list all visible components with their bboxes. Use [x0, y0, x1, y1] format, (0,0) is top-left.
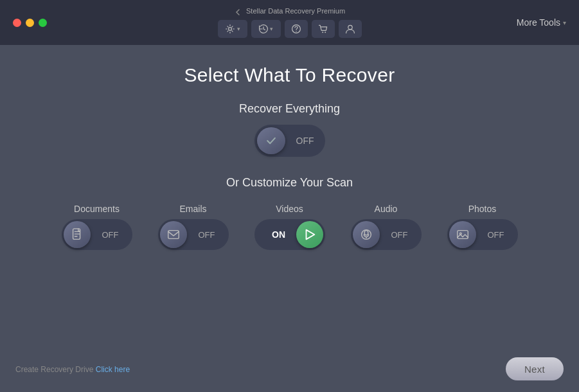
documents-state: OFF	[91, 230, 130, 240]
photos-icon	[456, 227, 470, 242]
settings-button[interactable]: ▾	[218, 20, 247, 38]
emails-state: OFF	[187, 230, 227, 240]
cart-icon	[318, 24, 328, 34]
svg-point-0	[228, 27, 231, 30]
recovery-drive-section: Create Recovery Drive Click here	[15, 363, 130, 375]
toggle-off-label: OFF	[285, 136, 323, 146]
documents-label: Documents	[74, 204, 120, 214]
app-title: Stellar Data Recovery Premium	[234, 7, 345, 15]
title-bar-icons: ▾ ▾	[218, 20, 362, 38]
main-content: Select What To Recover Recover Everythin…	[0, 45, 579, 250]
svg-point-5	[348, 25, 352, 29]
account-button[interactable]	[339, 20, 362, 38]
videos-toggle[interactable]: ON	[254, 219, 325, 250]
back-icon	[234, 8, 242, 16]
toggle-thumb	[257, 127, 285, 154]
traffic-light-yellow[interactable]	[26, 19, 34, 27]
photos-thumb	[449, 221, 476, 248]
videos-thumb	[296, 221, 323, 248]
category-emails: Emails OFF	[158, 204, 229, 250]
category-videos: Videos ON	[254, 204, 325, 250]
video-icon	[303, 227, 317, 242]
check-icon	[265, 134, 278, 147]
gear-icon	[225, 24, 235, 34]
photos-label: Photos	[468, 204, 497, 214]
svg-rect-10	[168, 231, 179, 239]
traffic-light-red[interactable]	[13, 19, 21, 27]
emails-label: Emails	[179, 204, 206, 214]
svg-point-3	[322, 31, 323, 33]
account-icon	[345, 24, 355, 34]
audio-label: Audio	[375, 204, 398, 214]
title-area: Stellar Data Recovery Premium ▾ ▾	[218, 7, 362, 37]
document-icon	[70, 227, 84, 242]
svg-marker-11	[306, 230, 314, 240]
recover-everything-toggle[interactable]: OFF	[254, 125, 325, 157]
photos-state: OFF	[476, 230, 516, 240]
category-photos: Photos OFF	[447, 204, 518, 250]
traffic-lights	[13, 19, 47, 27]
audio-state: OFF	[380, 230, 420, 240]
recovery-drive-text: Create Recovery Drive Click here	[15, 365, 130, 374]
svg-rect-14	[457, 231, 468, 239]
emails-thumb	[160, 221, 187, 248]
svg-point-2	[296, 31, 296, 31]
videos-label: Videos	[276, 204, 303, 214]
history-button[interactable]: ▾	[251, 20, 281, 38]
categories-row: Documents OFF Emails	[0, 204, 579, 250]
customize-label: Or Customize Your Scan	[226, 176, 353, 190]
more-tools-button[interactable]: More Tools ▾	[517, 17, 566, 28]
title-bar: Stellar Data Recovery Premium ▾ ▾	[0, 0, 579, 45]
documents-toggle[interactable]: OFF	[62, 219, 132, 250]
cart-button[interactable]	[312, 20, 335, 38]
help-button[interactable]	[285, 20, 308, 38]
next-button[interactable]: Next	[506, 357, 564, 380]
help-icon	[291, 24, 301, 34]
audio-icon	[359, 227, 373, 242]
settings-arrow: ▾	[237, 26, 240, 32]
traffic-light-green[interactable]	[39, 19, 47, 27]
videos-state-on: ON	[256, 229, 296, 240]
history-icon	[258, 24, 269, 34]
history-arrow: ▾	[270, 26, 273, 32]
email-icon	[166, 227, 181, 242]
more-tools-arrow: ▾	[563, 19, 566, 26]
page-title: Select What To Recover	[184, 64, 395, 86]
photos-toggle[interactable]: OFF	[447, 219, 518, 250]
category-documents: Documents OFF	[62, 204, 132, 250]
recovery-drive-link[interactable]: Click here	[96, 365, 130, 374]
bottom-bar: Create Recovery Drive Click here Next	[0, 357, 579, 380]
recover-everything-label: Recover Everything	[239, 102, 340, 116]
documents-thumb	[64, 221, 91, 248]
audio-toggle[interactable]: OFF	[351, 219, 422, 250]
emails-toggle[interactable]: OFF	[158, 219, 229, 250]
svg-point-4	[325, 31, 326, 33]
audio-thumb	[353, 221, 380, 248]
category-audio: Audio OFF	[351, 204, 422, 250]
